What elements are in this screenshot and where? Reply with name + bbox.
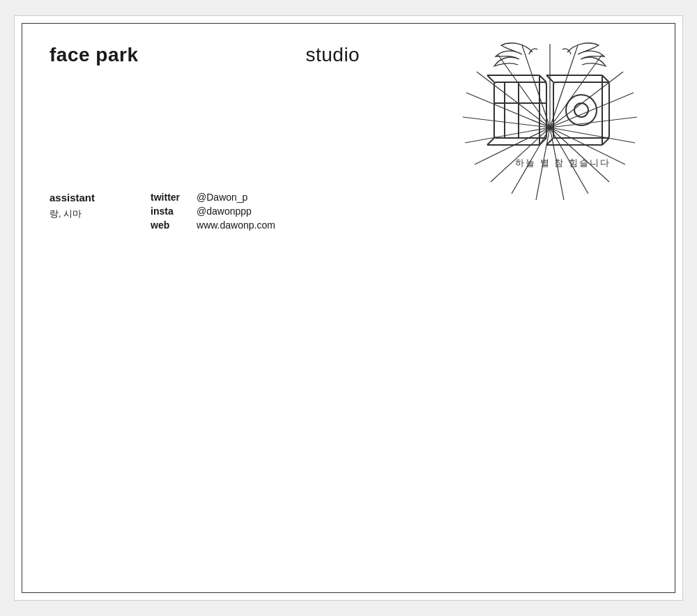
contact-row-insta: insta @dawonppp	[151, 206, 275, 217]
svg-line-38	[602, 75, 609, 82]
logo-svg: 하늘 별 참 힘슬니다	[452, 30, 648, 211]
studio-label: studio	[305, 44, 360, 66]
contact-key-twitter: twitter	[151, 192, 185, 203]
assistant-block: assistant 랑, 시마	[49, 192, 95, 231]
header-area: face park studio	[15, 16, 682, 80]
contact-block: twitter @Dawon_p insta @dawonppp web www…	[151, 192, 275, 231]
logo-subtitle: 하늘 별 참 힘슬니다	[515, 157, 611, 168]
svg-line-6	[550, 128, 635, 143]
brand-title: face park	[49, 44, 138, 66]
svg-line-29	[487, 75, 494, 82]
contact-row-web: web www.dawonp.com	[151, 220, 275, 231]
contact-value-twitter: @Dawon_p	[197, 192, 247, 203]
contact-key-web: web	[151, 220, 185, 231]
logo-area: 하늘 별 참 힘슬니다	[452, 30, 648, 211]
assistant-label: assistant	[49, 192, 95, 203]
contact-value-insta: @dawonppp	[197, 206, 252, 217]
contact-key-insta: insta	[151, 206, 185, 217]
svg-line-15	[465, 128, 550, 143]
contact-value-web: www.dawonp.com	[197, 220, 275, 231]
svg-point-34	[574, 103, 588, 117]
assistant-names: 랑, 시마	[49, 208, 95, 220]
page-container: face park studio	[14, 15, 683, 601]
contact-row-twitter: twitter @Dawon_p	[151, 192, 275, 203]
svg-line-28	[539, 75, 546, 82]
svg-line-3	[550, 72, 623, 128]
svg-line-36	[602, 138, 609, 145]
